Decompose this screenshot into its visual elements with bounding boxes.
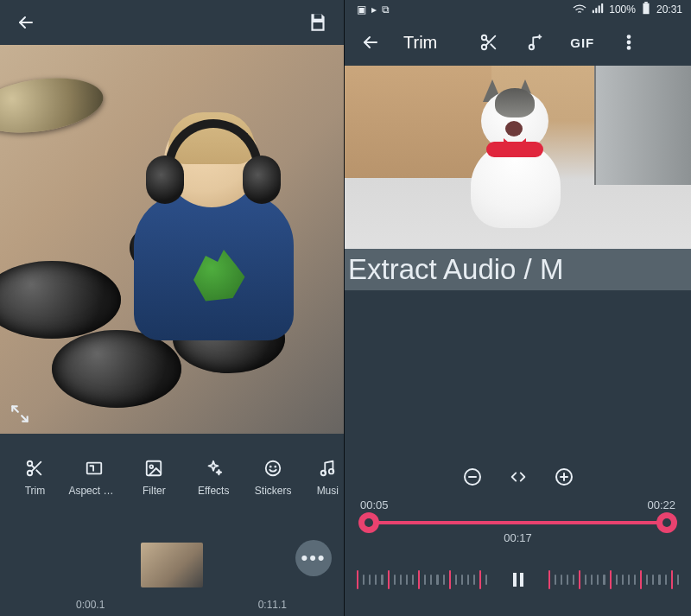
sparkle-icon xyxy=(202,457,225,479)
timeline-strip[interactable]: 0:00.1 0:11.1 ••• xyxy=(0,513,344,616)
trim-preview[interactable] xyxy=(345,66,691,249)
tool-label: Filter xyxy=(143,485,166,497)
more-button[interactable]: ••• xyxy=(295,540,332,576)
scrubber-row xyxy=(345,552,691,607)
range-end: 00:22 xyxy=(647,499,675,511)
svg-rect-1 xyxy=(314,22,323,29)
top-bar xyxy=(0,0,344,45)
clock-text: 20:31 xyxy=(656,3,682,16)
editor-screen: Trim Aspect R… Filter Effects Stickers M… xyxy=(0,0,344,616)
overlay-caption: Extract Audio / M xyxy=(345,249,691,290)
current-time: 0:00.1 xyxy=(76,599,105,611)
trim-screen: ▣ ▸ ⧉ 100% 20:31 Trim GIF xyxy=(344,0,691,616)
svg-point-6 xyxy=(150,465,154,468)
svg-point-19 xyxy=(628,47,631,49)
tool-label: Musi xyxy=(317,485,339,497)
tool-label: Aspect R… xyxy=(68,485,120,497)
camera-icon: ▣ xyxy=(357,3,366,16)
total-time: 0:11.1 xyxy=(258,599,287,611)
video-preview[interactable] xyxy=(0,45,344,434)
zoom-out-button[interactable] xyxy=(462,467,483,491)
add-music-button[interactable] xyxy=(522,29,549,56)
range-handle-end[interactable] xyxy=(656,512,677,533)
smile-icon xyxy=(262,457,284,479)
cut-button[interactable] xyxy=(475,29,503,56)
filter-icon xyxy=(143,457,165,479)
save-button[interactable] xyxy=(304,9,332,36)
svg-rect-5 xyxy=(147,461,162,476)
tool-trim[interactable]: Trim xyxy=(5,457,65,497)
battery-text: 100% xyxy=(609,3,636,16)
battery-icon xyxy=(641,2,651,18)
youtube-icon: ▸ xyxy=(371,3,377,16)
svg-point-8 xyxy=(270,467,271,467)
tool-label: Effects xyxy=(198,485,229,497)
back-button[interactable] xyxy=(12,9,40,36)
tool-label: Trim xyxy=(25,485,46,497)
tool-label: Stickers xyxy=(255,485,292,497)
tool-effects[interactable]: Effects xyxy=(184,457,244,497)
wifi-icon xyxy=(573,3,586,16)
pause-button[interactable] xyxy=(500,562,536,598)
fullscreen-icon[interactable] xyxy=(9,403,31,425)
svg-point-18 xyxy=(628,41,631,44)
tool-aspect[interactable]: Aspect R… xyxy=(65,457,124,497)
scrubber-right[interactable] xyxy=(548,567,680,593)
svg-rect-22 xyxy=(513,573,517,587)
svg-point-9 xyxy=(275,467,276,467)
screen-title: Trim xyxy=(403,33,437,53)
scrubber-left[interactable] xyxy=(357,567,488,593)
back-button[interactable] xyxy=(357,29,384,56)
zoom-controls xyxy=(345,459,691,499)
overflow-button[interactable] xyxy=(615,29,643,56)
range-duration: 00:17 xyxy=(504,531,532,544)
svg-rect-13 xyxy=(644,2,648,3)
svg-rect-23 xyxy=(520,573,523,587)
svg-point-11 xyxy=(329,469,334,474)
zoom-in-button[interactable] xyxy=(554,467,574,491)
svg-point-10 xyxy=(321,471,326,476)
clip-thumbnail[interactable] xyxy=(141,543,203,587)
svg-point-16 xyxy=(529,45,535,50)
range-handle-start[interactable] xyxy=(358,512,379,533)
cast-icon: ⧉ xyxy=(382,3,390,16)
scissors-icon xyxy=(23,457,46,479)
music-icon xyxy=(316,457,339,479)
tool-filter[interactable]: Filter xyxy=(124,457,184,497)
gif-label: GIF xyxy=(570,35,594,50)
fit-button[interactable] xyxy=(509,467,528,490)
signal-icon xyxy=(592,3,604,16)
subject-child xyxy=(134,114,294,339)
aspect-icon xyxy=(83,457,105,479)
subject-cat xyxy=(455,88,576,231)
range-start: 00:05 xyxy=(360,499,389,511)
tool-stickers[interactable]: Stickers xyxy=(244,457,303,497)
svg-rect-12 xyxy=(643,3,649,13)
tool-music[interactable]: Musi xyxy=(303,457,339,497)
tool-row: Trim Aspect R… Filter Effects Stickers M… xyxy=(0,434,344,513)
trim-toolbar: Trim GIF xyxy=(345,19,691,66)
svg-rect-0 xyxy=(314,14,322,18)
status-bar: ▣ ▸ ⧉ 100% 20:31 xyxy=(345,0,691,19)
svg-point-7 xyxy=(266,461,281,476)
gif-button[interactable]: GIF xyxy=(568,29,596,56)
trim-range[interactable]: 00:05 00:22 00:17 xyxy=(358,502,677,552)
svg-point-17 xyxy=(628,35,631,38)
